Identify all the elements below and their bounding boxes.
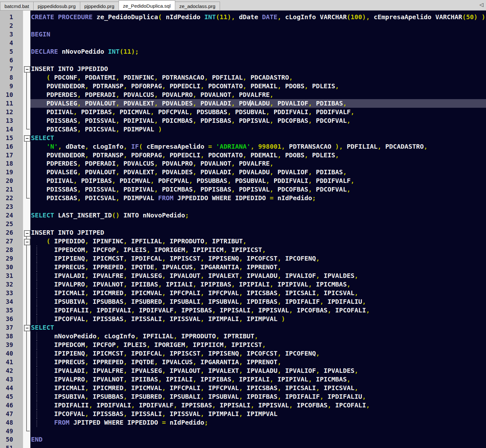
fold-margin [23,220,30,228]
tab-ze-adoclass-prg[interactable]: ze_adoclass.prg [175,2,220,10]
code-text[interactable]: DECLARE nNovoPedido INT(11); [30,47,486,56]
fold-margin [23,246,30,254]
code-text[interactable]: IPPEDCOM, IPCFOP, IPLEIS, IPORIGEM, IPIP… [30,246,486,254]
code-line: 43 IPVALPRO, IPVALNOT, IPIIBAS, IPIIALI,… [0,375,486,384]
fold-margin [23,410,30,418]
fold-margin [23,142,30,151]
fold-toggle-icon[interactable] [23,65,30,73]
text-caret [250,100,251,106]
code-text[interactable]: IPVALADI, IPVALFRE, IPVALSEG, IPVALOUT, … [30,366,486,375]
fold-margin [23,185,30,194]
fold-margin [23,375,30,384]
code-text[interactable]: PDVENDEDOR, PDTRANSP, PDFORPAG, PDPEDCLI… [30,82,486,90]
line-number: 41 [0,358,23,366]
fold-toggle-icon[interactable] [23,323,30,332]
tab-pjppedidosub-prg[interactable]: pjppedidosub.prg [33,2,80,10]
code-text[interactable]: PDIIVAL, PDIPIBAS, PDICMVAL, PDFCPVAL, P… [30,108,486,116]
fold-margin [23,73,30,82]
code-text[interactable] [30,427,486,436]
line-number: 43 [0,375,23,384]
code-text[interactable]: PDISSBAS, PDISSVAL, PDIPIVAL, PDICMBAS, … [30,116,486,125]
fold-margin [23,254,30,263]
code-line: 8 ( PDCONF, PDDATEMI, PDINFINC, PDTRANSA… [0,73,486,82]
code-text[interactable]: IPCOFVAL, IPISSBAS, IPISSALI, IPISSVAL, … [30,315,486,323]
fold-margin [23,56,30,65]
code-text[interactable] [30,21,486,30]
line-number: 10 [0,90,23,99]
code-text[interactable]: IPPRECUS, IPPREPED, IPQTDE, IPVALCUS, IP… [30,263,486,271]
code-line: 51 [0,444,486,448]
code-text[interactable]: nNovoPedido, cLogInfo, IPFILIAL, IPPRODU… [30,332,486,341]
code-text[interactable]: PDVALSEG, PDVALOUT, PDVALEXT, PDVALDES, … [30,168,486,177]
code-text[interactable]: SELECT [30,134,486,142]
code-text[interactable]: IPIPIENQ, IPICMCST, IPDIFCAL, IPPISCST, … [30,254,486,263]
fold-margin [23,159,30,168]
tab-ze-pedidoduplica-sql[interactable]: ze_PedidoDuplica.sql [119,0,175,10]
code-line: 22 PDICSBAS, PDICSVAL, PDIMPVAL FROM JPP… [0,194,486,202]
fold-toggle-icon[interactable] [23,237,30,246]
line-number: 40 [0,349,23,358]
code-text[interactable]: IPDIFALII, IPDIFVALI, IPDIFVALF, IPPISBA… [30,306,486,315]
code-text[interactable]: IPDIFALII, IPDIFVALI, IPDIFVALF, IPPISBA… [30,401,486,410]
code-text[interactable]: PDVENDEDOR, PDTRANSP, PDFORPAG, PDPEDCLI… [30,151,486,160]
code-text[interactable]: FROM JPITPED WHERE IPPEDIDO = nIdPedido; [30,418,486,427]
code-editor[interactable]: 1CREATE PROCEDURE ze_PedidoDuplica( nIdP… [0,11,486,448]
fold-toggle-icon[interactable] [23,134,30,142]
code-text[interactable]: IPCOFVAL, IPISSBAS, IPISSALI, IPISSVAL, … [30,410,486,418]
code-text[interactable]: PDPERDES, PDPERADI, PDVALCUS, PDVALPRO, … [30,90,486,99]
code-text[interactable]: END [30,435,486,444]
fold-margin [23,427,30,436]
line-number: 39 [0,341,23,349]
line-number: 32 [0,280,23,289]
code-text[interactable]: IPVALPRO, IPVALNOT, IPIIBAS, IPIIALI, IP… [30,375,486,384]
code-text[interactable]: SELECT [30,323,486,332]
code-text[interactable]: ( PDCONF, PDDATEMI, PDINFINC, PDTRANSACA… [30,73,486,82]
line-number: 46 [0,401,23,410]
code-text[interactable]: PDISSBAS, PDISSVAL, PDIPIVAL, PDICMBAS, … [30,185,486,194]
fold-margin [23,358,30,366]
code-text[interactable]: INSERT INTO JPPEDIDO [30,65,486,73]
code-text[interactable]: SELECT LAST_INSERT_ID() INTO nNovoPedido… [30,211,486,220]
code-text[interactable] [30,444,486,448]
code-text[interactable]: ( IPPEDIDO, IPINFINC, IPFILIAL, IPPRODUT… [30,237,486,246]
code-text[interactable]: IPICMALI, IPICMRED, IPICMVAL, IPFCPALI, … [30,384,486,392]
code-text[interactable] [30,220,486,228]
tab-batcmd-bat[interactable]: batcmd.bat [0,2,34,10]
code-line: 24SELECT LAST_INSERT_ID() INTO nNovoPedi… [0,211,486,220]
fold-margin [23,99,30,108]
fold-margin [23,151,30,160]
fold-toggle-icon[interactable] [23,228,30,237]
code-text[interactable]: 'N', dDate, cLogInfo, IF( cEmpresaApelid… [30,142,486,151]
line-number: 12 [0,108,23,116]
code-text[interactable]: IPPEDCOM, IPCFOP, IPLEIS, IPORIGEM, IPIP… [30,341,486,349]
code-line: 34 IPSUBIVA, IPSUBBAS, IPSUBRED, IPSUBAL… [0,297,486,306]
code-text[interactable]: PDPERDES, PDPERADI, PDVALCUS, PDVALPRO, … [30,159,486,168]
tab-scroll-left-icon[interactable]: ◁ [480,2,483,7]
code-text[interactable]: IPVALADI, IPVALFRE, IPVALSEG, IPVALOUT, … [30,271,486,280]
tab-pjppedido-prg[interactable]: pjppedido.prg [80,2,119,10]
code-text[interactable]: BEGIN [30,30,486,39]
line-number: 23 [0,202,23,211]
line-number: 2 [0,21,23,30]
code-text[interactable] [30,56,486,65]
fold-margin [23,444,30,448]
code-text[interactable]: CREATE PROCEDURE ze_PedidoDuplica( nIdPe… [30,13,486,21]
code-line: 6 [0,56,486,65]
code-text[interactable]: IPSUBIVA, IPSUBBAS, IPSUBRED, IPSUBALI, … [30,392,486,401]
code-text[interactable]: IPICMALI, IPICMRED, IPICMVAL, IPFCPALI, … [30,289,486,297]
code-text[interactable]: PDVALSEG, PDVALOUT, PDVALEXT, PDVALDES, … [30,99,486,108]
line-number: 49 [0,427,23,436]
code-text[interactable]: IPVALPRO, IPVALNOT, IPIIBAS, IPIIALI, IP… [30,280,486,289]
code-line: 19 PDVALSEG, PDVALOUT, PDVALEXT, PDVALDE… [0,168,486,177]
code-text[interactable] [30,202,486,211]
code-text[interactable] [30,39,486,47]
code-text[interactable]: IPSUBIVA, IPSUBBAS, IPSUBRED, IPSUBALI, … [30,297,486,306]
code-text[interactable]: INSERT INTO JPITPED [30,228,486,237]
code-text[interactable]: IPIPIENQ, IPICMCST, IPDIFCAL, IPPISCST, … [30,349,486,358]
code-text[interactable]: PDIIVAL, PDIPIBAS, PDICMVAL, PDFCPVAL, P… [30,177,486,185]
code-text[interactable]: PDICSBAS, PDICSVAL, PDIMPVAL ) [30,125,486,134]
code-line: 3BEGIN [0,30,486,39]
code-text[interactable]: IPPRECUS, IPPREPED, IPQTDE, IPVALCUS, IP… [30,358,486,366]
code-text[interactable]: PDICSBAS, PDICSVAL, PDIMPVAL FROM JPPEDI… [30,194,486,202]
line-number: 38 [0,332,23,341]
